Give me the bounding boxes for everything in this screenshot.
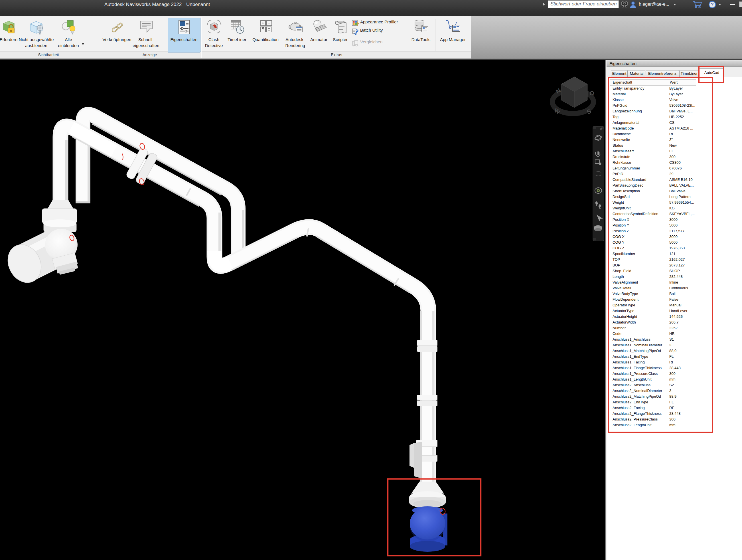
svg-text:?: ? bbox=[711, 2, 714, 7]
